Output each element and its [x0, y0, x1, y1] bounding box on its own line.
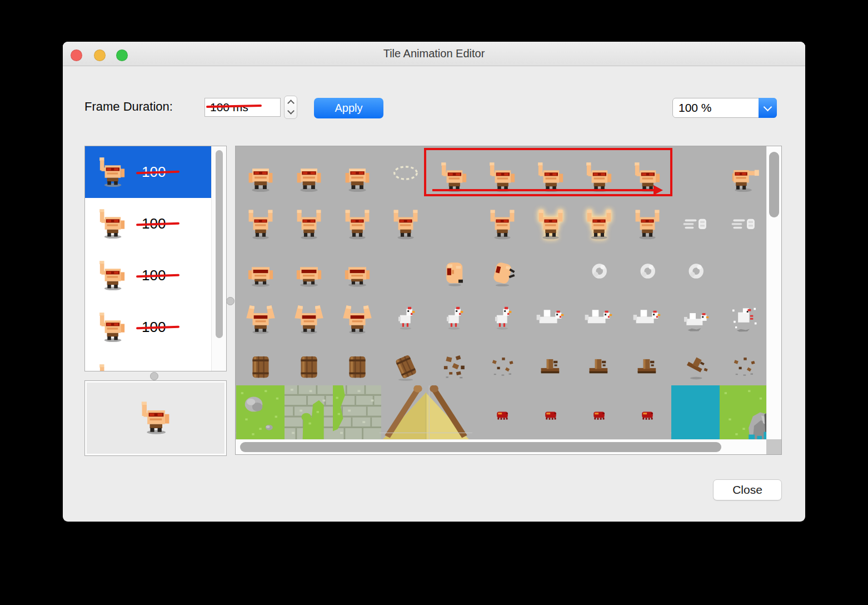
tileset-content[interactable] [236, 146, 766, 439]
tile-cv-armsup[interactable] [478, 196, 526, 244]
tile-cv-punch[interactable] [720, 149, 766, 196]
tile-cv-armswide[interactable] [236, 291, 285, 338]
tile-wood-clump[interactable] [575, 338, 623, 385]
tile-cv-stand[interactable] [333, 149, 381, 196]
fx-pieces2-icon [486, 350, 518, 383]
chicken-fly-icon [631, 303, 664, 335]
close-button[interactable]: Close [713, 479, 782, 500]
tile-cv-armsup[interactable] [285, 196, 333, 244]
tile-cv-armsup[interactable] [381, 196, 430, 244]
tile-barrel[interactable] [285, 338, 333, 385]
chicken-icon [390, 303, 422, 335]
titlebar[interactable]: Tile Animation Editor [63, 42, 805, 66]
tile-cv-stand[interactable] [236, 149, 285, 196]
tile-chicken-fly[interactable] [526, 291, 575, 338]
frame-row[interactable]: 100 [85, 198, 226, 250]
frame-row[interactable]: 100 [85, 301, 226, 353]
tile-cv-armsup[interactable] [526, 196, 575, 244]
tile-barrel[interactable] [333, 338, 381, 385]
tile-chicken[interactable] [430, 291, 478, 338]
frame-row[interactable]: 100 [85, 250, 226, 301]
tile-tent[interactable] [380, 385, 472, 439]
tile-fx-pieces[interactable] [430, 338, 478, 385]
fx-puff-icon [680, 256, 712, 288]
tile-fx-puff[interactable] [623, 244, 671, 291]
frame-list-scrollbar-thumb[interactable] [216, 150, 223, 338]
zoom-dropdown-button[interactable] [759, 98, 777, 118]
tile-chicken-land[interactable] [671, 291, 720, 338]
tile-fx-pieces2[interactable] [720, 338, 766, 385]
tile-bug[interactable] [575, 385, 623, 439]
cv-armsup-icon [535, 209, 567, 241]
tileset-vertical-scrollbar-thumb[interactable] [769, 152, 779, 217]
frame-list[interactable]: 100100100100100 [84, 146, 227, 371]
bug-icon [490, 401, 515, 427]
tile-cv-crouch[interactable] [285, 244, 333, 291]
tile-barrel[interactable] [236, 338, 285, 385]
frame-row[interactable]: 100 [85, 146, 226, 198]
horizontal-splitter-handle[interactable] [150, 372, 158, 380]
tile-bug[interactable] [526, 385, 575, 439]
tile-cv-armswide[interactable] [285, 291, 333, 338]
tile-cv-armsup[interactable] [333, 196, 381, 244]
tile-bug[interactable] [623, 385, 671, 439]
bug-icon [538, 401, 563, 427]
tile-chicken-fly[interactable] [575, 291, 623, 338]
window-title: Tile Animation Editor [63, 42, 805, 66]
tile-bug[interactable] [478, 385, 526, 439]
tileset-vertical-scrollbar[interactable] [766, 146, 781, 439]
frame-row[interactable]: 100 [85, 353, 226, 371]
tile-cv-roll2[interactable] [478, 244, 526, 291]
stepper-down-icon[interactable] [287, 107, 295, 115]
cv-armsup-icon [341, 209, 373, 241]
cv-crouch-icon [341, 256, 373, 288]
tile-wood-clump[interactable] [526, 338, 575, 385]
tileset-horizontal-scrollbar-thumb[interactable] [240, 442, 721, 452]
tile-cv-armsup[interactable] [236, 196, 285, 244]
tile-t-grass[interactable] [236, 385, 285, 439]
frame-duration-label: Frame Duration: [84, 100, 173, 114]
tile-chicken-fly[interactable] [623, 291, 671, 338]
tile-cv-crouch[interactable] [333, 244, 381, 291]
tile-cv-crouch[interactable] [236, 244, 285, 291]
annotation-strike-frame [136, 274, 179, 277]
tile-t-stonegrass[interactable] [285, 385, 333, 439]
tile-chicken[interactable] [478, 291, 526, 338]
frame-duration: 100 [142, 370, 166, 371]
tile-fx-puff[interactable] [671, 244, 720, 291]
tile-cv-armsup[interactable] [575, 196, 623, 244]
frame-duration-stepper[interactable] [284, 96, 297, 119]
tile-fx-puff[interactable] [575, 244, 623, 291]
tile-fx-dash[interactable] [671, 196, 720, 244]
zoom-select[interactable]: 100 % [672, 98, 777, 118]
tile-chicken[interactable] [381, 291, 430, 338]
cv-armsup-icon [293, 209, 325, 241]
tile-t-grassrock[interactable] [720, 385, 766, 439]
barrel-roll-icon [390, 350, 422, 383]
annotation-strike-frame [136, 222, 179, 226]
tile-cv-armswide[interactable] [333, 291, 381, 338]
tile-fx-pieces2[interactable] [478, 338, 526, 385]
tile-barrel-roll[interactable] [381, 338, 430, 385]
tileset-horizontal-scrollbar[interactable] [236, 439, 766, 454]
tile-marker[interactable] [381, 149, 430, 196]
tile-cv-roll[interactable] [430, 244, 478, 291]
frame-list-scrollbar[interactable] [211, 146, 226, 371]
tile-cv-stand[interactable] [285, 149, 333, 196]
stepper-up-icon[interactable] [287, 100, 295, 107]
tile-cv-armsup[interactable] [623, 196, 671, 244]
tile-chicken-flap[interactable] [720, 291, 766, 338]
chicken-icon [438, 303, 470, 335]
wood-clump-icon [631, 350, 664, 383]
preview-sprite [138, 400, 173, 436]
tile-wood-clump[interactable] [623, 338, 671, 385]
apply-button[interactable]: Apply [314, 98, 383, 118]
tile-fx-dash[interactable] [720, 196, 766, 244]
t-stonegrass-icon [285, 385, 333, 439]
tile-animation-editor-window: Tile Animation Editor Frame Duration: Ap… [63, 42, 805, 522]
tile-wood-fall[interactable] [671, 338, 720, 385]
vertical-splitter-handle[interactable] [226, 297, 235, 305]
annotation-strike-frame [136, 326, 179, 329]
tile-t-stone[interactable] [333, 385, 381, 439]
tile-t-water[interactable] [671, 385, 720, 439]
